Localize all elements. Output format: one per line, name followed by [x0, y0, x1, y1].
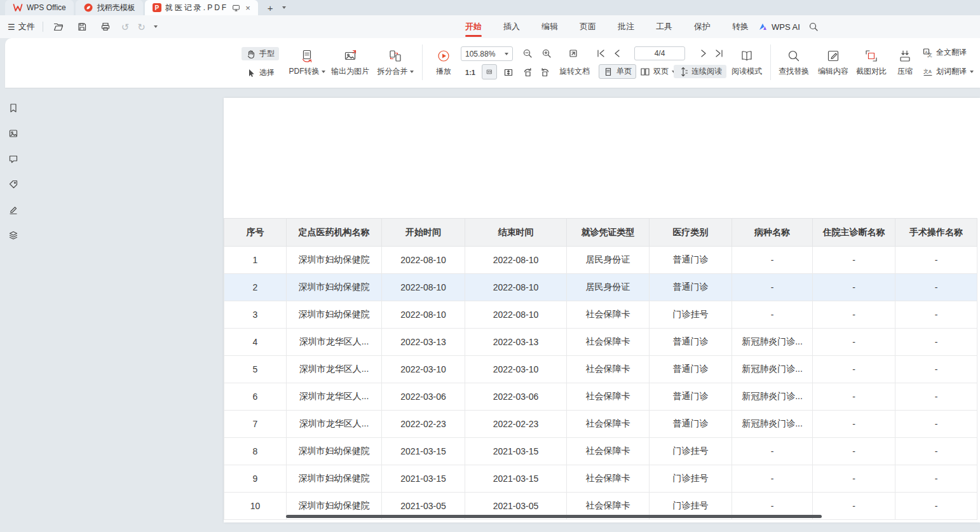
tab-bar-actions: +	[260, 0, 294, 15]
page-indicator-input[interactable]: 4/4	[634, 46, 685, 60]
bookmark-panel-button[interactable]	[8, 103, 20, 114]
table-cell: 2022-08-10	[465, 247, 567, 274]
table-row: 3深圳市妇幼保健院2022-08-102022-08-10社会保障卡门诊挂号--…	[224, 301, 977, 329]
rotate-document-button[interactable]: 旋转文档	[559, 66, 590, 77]
zoom-chevron-icon	[505, 53, 508, 55]
prev-page-button[interactable]	[610, 46, 625, 61]
menu-tools[interactable]: 工具	[655, 15, 674, 38]
full-translate-button[interactable]: A文 全文翻译	[923, 47, 967, 58]
actual-size-button[interactable]: 1:1	[463, 65, 478, 80]
tab-close-icon[interactable]: ×	[244, 3, 250, 13]
edit-content-button[interactable]: 编辑内容	[815, 44, 852, 81]
table-cell: -	[732, 301, 813, 329]
wps-ai-button[interactable]: WPS AI	[758, 15, 800, 38]
rotate-left-button[interactable]	[520, 65, 535, 80]
table-cell: 2	[224, 274, 287, 301]
tab-docer[interactable]: 找稻壳模板	[76, 0, 143, 15]
fit-window-button[interactable]	[566, 46, 581, 61]
undo-button[interactable]: ↺	[121, 22, 130, 32]
single-page-button[interactable]: 单页	[599, 64, 636, 79]
fit-width-button[interactable]	[482, 64, 497, 79]
pen-panel-button[interactable]	[8, 205, 20, 216]
rotate-right-button[interactable]	[538, 65, 553, 80]
column-header: 手术操作名称	[895, 219, 977, 247]
continuous-read-button[interactable]: 连续阅读	[674, 65, 726, 78]
table-cell: -	[895, 329, 977, 356]
menu-page[interactable]: 页面	[578, 15, 597, 38]
tab-document[interactable]: P 就医记录.PDF ×	[145, 0, 258, 15]
redo-button[interactable]: ↻	[137, 22, 146, 32]
select-tool-button[interactable]: 选择	[242, 66, 279, 79]
layers-panel-button[interactable]	[8, 230, 20, 242]
table-row: 7深圳市龙华区人...2022-02-232022-02-23社会保障卡普通门诊…	[224, 411, 977, 438]
table-cell: -	[732, 247, 813, 274]
file-menu-button[interactable]: ☰ 文件	[8, 21, 35, 32]
bookmark-icon	[8, 103, 18, 113]
comment-panel-button[interactable]	[8, 154, 20, 165]
table-cell: 8	[224, 438, 287, 465]
column-header: 就诊凭证类型	[567, 219, 650, 247]
print-button[interactable]	[98, 19, 113, 34]
tag-icon	[8, 179, 18, 189]
zoom-select[interactable]: 105.88%	[461, 46, 513, 61]
find-replace-button[interactable]: 查找替换	[775, 44, 812, 81]
pdf-convert-label: PDF转换	[289, 66, 320, 77]
divider	[43, 22, 43, 32]
table-cell: -	[732, 274, 813, 301]
first-page-button[interactable]	[593, 46, 608, 61]
table-header-row: 序号定点医药机构名称开始时间结束时间就诊凭证类型医疗类别病种名称住院主诊断名称手…	[224, 219, 977, 247]
thumbnail-panel-button[interactable]	[8, 128, 20, 140]
read-mode-button[interactable]: 阅读模式	[728, 44, 765, 81]
document-area: 序号定点医药机构名称开始时间结束时间就诊凭证类型医疗类别病种名称住院主诊断名称手…	[0, 88, 980, 532]
menu-edit[interactable]: 编辑	[540, 15, 559, 38]
open-button[interactable]	[51, 19, 66, 34]
table-row: 6深圳市龙华区人...2022-03-062022-03-06社会保障卡普通门诊…	[224, 383, 977, 411]
pdf-convert-button[interactable]: PDF转换	[287, 44, 327, 81]
menu-annotate[interactable]: 批注	[616, 15, 636, 38]
table-cell: 深圳市妇幼保健院	[287, 247, 382, 274]
menu-protect[interactable]: 保护	[693, 15, 712, 38]
read-mode-label: 阅读模式	[732, 66, 762, 77]
tab-home[interactable]: WPS Office	[5, 0, 74, 15]
zoom-out-button[interactable]	[520, 46, 535, 61]
table-cell: 6	[224, 383, 287, 411]
table-cell: -	[895, 356, 977, 383]
edit-content-icon	[826, 49, 840, 63]
zoom-in-button[interactable]	[539, 46, 554, 61]
export-image-label: 输出为图片	[331, 66, 369, 77]
table-row: 8深圳市妇幼保健院2021-03-152021-03-15社会保障卡门诊挂号--…	[224, 438, 977, 465]
search-button[interactable]	[808, 22, 819, 32]
table-cell: 7	[224, 411, 287, 438]
split-merge-button[interactable]: 拆分合并	[374, 44, 417, 81]
tag-panel-button[interactable]	[8, 179, 20, 191]
zoom-out-icon	[522, 48, 533, 58]
menu-start[interactable]: 开始	[464, 15, 483, 38]
fit-page-button[interactable]	[501, 65, 516, 80]
menu-convert[interactable]: 转换	[731, 15, 750, 38]
save-button[interactable]	[74, 19, 90, 34]
compress-button[interactable]: 压缩	[892, 44, 918, 81]
tab-list-chevron-icon[interactable]	[282, 6, 286, 9]
menu-insert[interactable]: 插入	[502, 15, 521, 38]
hand-tool-button[interactable]: 手型	[242, 47, 279, 60]
screenshot-compare-icon	[864, 49, 878, 63]
pdf-page: 序号定点医药机构名称开始时间结束时间就诊凭证类型医疗类别病种名称住院主诊断名称手…	[224, 98, 980, 522]
screenshot-compare-button[interactable]: 截图对比	[853, 44, 890, 81]
last-page-button[interactable]	[712, 46, 727, 61]
play-button[interactable]: 播放	[430, 44, 458, 81]
single-page-icon	[603, 67, 613, 77]
double-page-label: 双页	[653, 66, 669, 77]
find-replace-icon	[787, 49, 801, 63]
split-merge-chevron-icon	[410, 71, 414, 73]
table-row: 9深圳市妇幼保健院2021-03-152021-03-15社会保障卡门诊挂号--…	[224, 465, 977, 493]
hamburger-icon: ☰	[8, 22, 15, 32]
play-label: 播放	[436, 66, 451, 77]
horizontal-scrollbar[interactable]	[286, 515, 822, 518]
table-cell: -	[813, 329, 895, 356]
ribbon-toolbar: 手型 选择 PDF转换 输出为图片 拆分合并 播放 105.88%	[5, 38, 980, 88]
quick-access-chevron-icon[interactable]	[154, 25, 158, 28]
new-tab-button[interactable]: +	[268, 3, 273, 13]
word-translate-button[interactable]: 文A 划词翻译	[923, 66, 974, 77]
export-image-button[interactable]: 输出为图片	[329, 44, 371, 81]
next-page-button[interactable]	[695, 46, 711, 61]
